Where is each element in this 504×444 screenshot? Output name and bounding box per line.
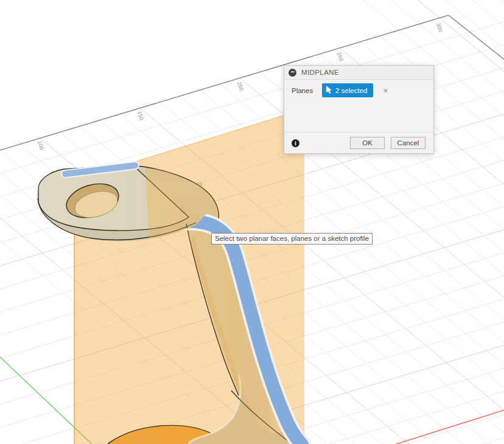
dialog-footer: i OK Cancel xyxy=(284,132,433,153)
grid-label-250: 250 xyxy=(336,51,345,61)
grid-label-150: 150 xyxy=(136,110,145,120)
ok-button[interactable]: OK xyxy=(350,137,385,149)
dialog-body: Planes 2 selected × xyxy=(284,80,433,132)
midplane-dialog[interactable]: − MIDPLANE Planes 2 selected × i O xyxy=(284,65,434,154)
selection-count-label: 2 selected xyxy=(335,87,367,94)
cursor-arrow-icon xyxy=(326,86,332,95)
selection-tooltip: Select two planar faces, planes or a ske… xyxy=(211,233,373,245)
viewport-canvas[interactable]: 100 150 200 250 300 xyxy=(0,0,504,444)
dialog-title: MIDPLANE xyxy=(301,69,339,76)
clear-selection-icon[interactable]: × xyxy=(381,86,390,95)
grid-label-200: 200 xyxy=(236,81,245,91)
grid-label-300: 300 xyxy=(435,22,444,32)
x-axis-red xyxy=(394,409,504,444)
planes-selection-chip[interactable]: 2 selected xyxy=(322,83,373,97)
planes-label: Planes xyxy=(292,87,322,94)
grid-label-100: 100 xyxy=(37,140,45,150)
dialog-header[interactable]: − MIDPLANE xyxy=(284,66,433,80)
collapse-icon[interactable]: − xyxy=(289,69,296,77)
info-icon[interactable]: i xyxy=(292,139,299,147)
cancel-button[interactable]: Cancel xyxy=(391,137,425,149)
